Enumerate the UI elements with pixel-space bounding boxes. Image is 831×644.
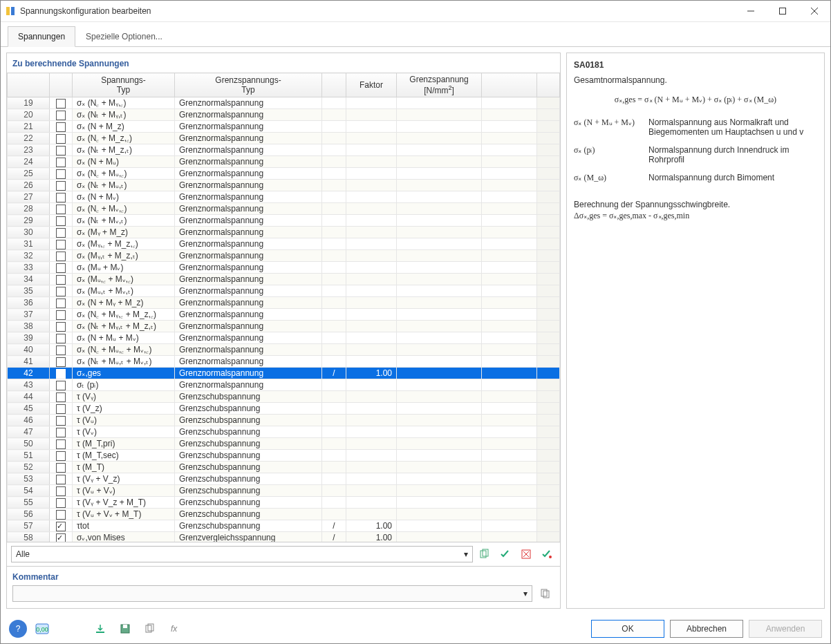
uncheck-all-icon[interactable] bbox=[517, 545, 535, 563]
cell-limit-type[interactable]: Grenzschubspannung bbox=[175, 450, 322, 462]
cell-factor[interactable] bbox=[346, 215, 397, 227]
cell-limit-type[interactable]: Grenznormalspannung bbox=[175, 109, 322, 121]
table-row[interactable]: 46τ (Vᵤ)Grenzschubspannung bbox=[8, 415, 560, 426]
row-checkbox[interactable] bbox=[50, 368, 73, 379]
table-row[interactable]: 50τ (M_T,pri)Grenzschubspannung bbox=[8, 438, 560, 450]
import-icon[interactable] bbox=[91, 619, 110, 638]
cell-stress-type[interactable]: σₓ (Nₜ + Mᵧ,ₜ) bbox=[73, 109, 175, 121]
row-checkbox[interactable] bbox=[50, 168, 73, 180]
row-checkbox[interactable] bbox=[50, 297, 73, 309]
cell-limit-type[interactable]: Grenzschubspannung bbox=[175, 509, 322, 520]
row-checkbox[interactable] bbox=[50, 391, 73, 403]
row-checkbox[interactable] bbox=[50, 274, 73, 285]
cell-factor[interactable] bbox=[346, 297, 397, 309]
cell-stress-type[interactable]: σₓ (Mᵧ,꜀ + M_z,꜀) bbox=[73, 238, 175, 250]
cell-limit-type[interactable]: Grenznormalspannung bbox=[175, 274, 322, 285]
row-checkbox[interactable] bbox=[50, 309, 73, 321]
cell-limit-type[interactable]: Grenznormalspannung bbox=[175, 156, 322, 168]
cell-limit-stress[interactable] bbox=[397, 274, 482, 285]
table-row[interactable]: 43σₜ (pᵢ)Grenznormalspannung bbox=[8, 379, 560, 391]
cell-limit-type[interactable]: Grenzschubspannung bbox=[175, 497, 322, 509]
tab-spezielle-optionen[interactable]: Spezielle Optionen... bbox=[75, 26, 173, 47]
cell-factor[interactable] bbox=[346, 415, 397, 426]
units-icon[interactable]: 0,00 bbox=[32, 619, 52, 638]
cell-limit-stress[interactable] bbox=[397, 379, 482, 391]
cell-limit-stress[interactable] bbox=[397, 356, 482, 368]
cell-limit-type[interactable]: Grenzschubspannung bbox=[175, 473, 322, 485]
cell-limit-stress[interactable] bbox=[397, 344, 482, 356]
row-checkbox[interactable] bbox=[50, 250, 73, 262]
row-checkbox[interactable] bbox=[50, 332, 73, 344]
cell-limit-stress[interactable] bbox=[397, 332, 482, 344]
cell-limit-type[interactable]: Grenznormalspannung bbox=[175, 144, 322, 156]
table-row[interactable]: 42σₓ,gesGrenznormalspannung/1.00 bbox=[8, 368, 560, 379]
filter-copy-icon[interactable] bbox=[476, 545, 494, 563]
cell-limit-stress[interactable] bbox=[397, 215, 482, 227]
cell-limit-stress[interactable] bbox=[397, 180, 482, 191]
cell-factor[interactable] bbox=[346, 485, 397, 497]
cell-factor[interactable] bbox=[346, 462, 397, 473]
stress-grid[interactable]: Spannungs- Typ Grenzspannungs- Typ Fakto… bbox=[7, 73, 560, 542]
cell-factor[interactable] bbox=[346, 250, 397, 262]
row-checkbox[interactable] bbox=[50, 532, 73, 542]
cell-limit-stress[interactable] bbox=[397, 462, 482, 473]
cell-factor[interactable] bbox=[346, 133, 397, 144]
cell-limit-type[interactable]: Grenznormalspannung bbox=[175, 262, 322, 274]
cell-factor[interactable] bbox=[346, 391, 397, 403]
table-row[interactable]: 37σₓ (N꜀ + Mᵧ,꜀ + M_z,꜀)Grenznormalspann… bbox=[8, 309, 560, 321]
cell-factor[interactable] bbox=[346, 238, 397, 250]
cell-limit-type[interactable]: Grenznormalspannung bbox=[175, 368, 322, 379]
maximize-button[interactable] bbox=[767, 1, 799, 21]
table-row[interactable]: 56τ (Vᵤ + Vᵥ + M_T)Grenzschubspannung bbox=[8, 509, 560, 520]
table-row[interactable]: 34σₓ (Mᵤ,꜀ + Mᵥ,꜀)Grenznormalspannung bbox=[8, 274, 560, 285]
table-row[interactable]: 23σₓ (Nₜ + M_z,ₜ)Grenznormalspannung bbox=[8, 144, 560, 156]
cell-limit-stress[interactable] bbox=[397, 368, 482, 379]
row-checkbox[interactable] bbox=[50, 321, 73, 332]
row-checkbox[interactable] bbox=[50, 215, 73, 227]
ok-button[interactable]: OK bbox=[591, 620, 664, 638]
filter-dropdown[interactable]: Alle ▾ bbox=[11, 546, 473, 562]
table-row[interactable]: 26σₓ (Nₜ + Mᵤ,ₜ)Grenznormalspannung bbox=[8, 180, 560, 191]
cell-limit-stress[interactable] bbox=[397, 109, 482, 121]
cell-limit-stress[interactable] bbox=[397, 485, 482, 497]
cell-stress-type[interactable]: σₜ (pᵢ) bbox=[73, 379, 175, 391]
cell-limit-stress[interactable] bbox=[397, 497, 482, 509]
cell-factor[interactable]: 1.00 bbox=[346, 520, 397, 532]
cell-limit-stress[interactable] bbox=[397, 438, 482, 450]
table-row[interactable]: 28σₓ (N꜀ + Mᵥ,꜀)Grenznormalspannung bbox=[8, 203, 560, 215]
cell-limit-type[interactable]: Grenznormalspannung bbox=[175, 344, 322, 356]
cell-stress-type[interactable]: σₓ (N꜀ + Mᵧ,꜀ + M_z,꜀) bbox=[73, 309, 175, 321]
cell-stress-type[interactable]: σₓ (N + Mᵥ) bbox=[73, 191, 175, 203]
cell-stress-type[interactable]: σₓ (Nₜ + Mᵤ,ₜ) bbox=[73, 180, 175, 191]
cell-stress-type[interactable]: σₓ,ges bbox=[73, 368, 175, 379]
row-checkbox[interactable] bbox=[50, 415, 73, 426]
row-checkbox[interactable] bbox=[50, 180, 73, 191]
cell-factor[interactable] bbox=[346, 262, 397, 274]
cell-limit-stress[interactable] bbox=[397, 391, 482, 403]
cell-stress-type[interactable]: σₓ (Nₜ + M_z,ₜ) bbox=[73, 144, 175, 156]
table-row[interactable]: 32σₓ (Mᵧ,ₜ + M_z,ₜ)Grenznormalspannung bbox=[8, 250, 560, 262]
tab-spannungen[interactable]: Spannungen bbox=[8, 26, 75, 47]
cell-stress-type[interactable]: σₓ (N + M_z) bbox=[73, 121, 175, 133]
table-row[interactable]: 36σₓ (N + Mᵧ + M_z)Grenznormalspannung bbox=[8, 297, 560, 309]
cell-stress-type[interactable]: τ (Vᵤ + Vᵥ + M_T) bbox=[73, 509, 175, 520]
table-row[interactable]: 38σₓ (Nₜ + Mᵧ,ₜ + M_z,ₜ)Grenznormalspann… bbox=[8, 321, 560, 332]
cell-factor[interactable] bbox=[346, 121, 397, 133]
cell-stress-type[interactable]: σₓ (N꜀ + M_z,꜀) bbox=[73, 133, 175, 144]
row-checkbox[interactable] bbox=[50, 262, 73, 274]
cell-limit-type[interactable]: Grenznormalspannung bbox=[175, 309, 322, 321]
cell-stress-type[interactable]: σₓ (Mᵧ,ₜ + M_z,ₜ) bbox=[73, 250, 175, 262]
minimize-button[interactable] bbox=[735, 1, 767, 21]
cell-factor[interactable] bbox=[346, 426, 397, 438]
copy-icon[interactable] bbox=[140, 619, 160, 638]
cell-limit-type[interactable]: Grenznormalspannung bbox=[175, 168, 322, 180]
save-icon[interactable] bbox=[115, 619, 135, 638]
cell-limit-type[interactable]: Grenznormalspannung bbox=[175, 285, 322, 297]
cell-stress-type[interactable]: τ (Vᵧ + V_z) bbox=[73, 473, 175, 485]
cell-limit-stress[interactable] bbox=[397, 520, 482, 532]
cell-stress-type[interactable]: σₓ (Nₜ + Mᵤ,ₜ + Mᵥ,ₜ) bbox=[73, 356, 175, 368]
cell-limit-stress[interactable] bbox=[397, 168, 482, 180]
table-row[interactable]: 31σₓ (Mᵧ,꜀ + M_z,꜀)Grenznormalspannung bbox=[8, 238, 560, 250]
row-checkbox[interactable] bbox=[50, 509, 73, 520]
row-checkbox[interactable] bbox=[50, 344, 73, 356]
